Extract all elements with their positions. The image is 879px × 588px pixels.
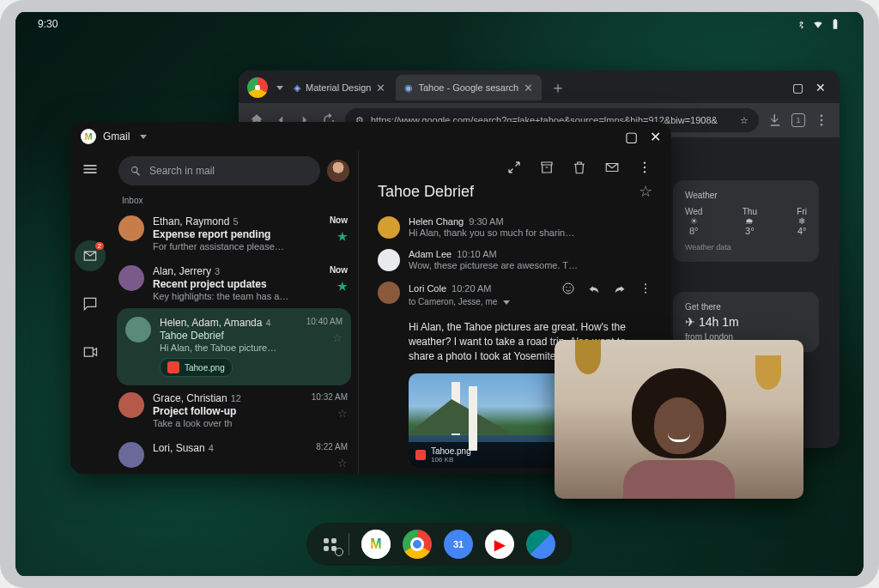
chrome-menu-chevron-icon[interactable]: [276, 86, 283, 90]
tab-close-icon[interactable]: ✕: [376, 82, 385, 94]
tablet-frame: 9:30 ◈ Material Design ✕ ◉ Tahoe - Googl…: [0, 0, 879, 588]
archive-icon[interactable]: [539, 160, 555, 175]
weather-footer: Weather data: [685, 243, 807, 252]
more-icon[interactable]: [814, 112, 829, 128]
taskbar-calendar-icon[interactable]: 31: [444, 530, 473, 559]
sender-name: Helen Chang: [409, 216, 464, 227]
mail-icon: [82, 247, 99, 264]
image-file-icon: [415, 450, 426, 460]
tab-title: Material Design: [306, 82, 371, 93]
mail-item[interactable]: Grace, Christian 12 Project follow-up Ta…: [110, 385, 358, 435]
message-snippet: Wow, these picturese are awesome. T…: [409, 260, 652, 270]
chevron-down-icon[interactable]: [140, 135, 147, 139]
gmail-window-controls: ▢ ✕: [625, 129, 661, 145]
sender-avatar: [378, 282, 400, 304]
star-icon[interactable]: ★: [337, 280, 348, 293]
maximize-icon[interactable]: ▢: [625, 129, 638, 145]
sender-avatar: [378, 249, 400, 271]
star-icon[interactable]: ☆: [332, 331, 343, 344]
more-icon[interactable]: [639, 282, 652, 295]
video-call-pip[interactable]: [555, 340, 803, 499]
reply-icon[interactable]: [587, 282, 601, 295]
forward-icon[interactable]: [613, 282, 627, 295]
more-icon[interactable]: [637, 160, 652, 175]
weather-card[interactable]: Weather Wed☀8° Thu🌧3° Fri❄4° Weather dat…: [673, 180, 819, 262]
tab-count-icon[interactable]: 1: [791, 113, 805, 127]
mail-time: 8:22 AM: [316, 442, 348, 452]
mail-subject: Recent project updates: [153, 278, 321, 290]
weather-icon: ☀: [685, 216, 702, 226]
star-icon[interactable]: ☆: [337, 457, 348, 470]
attachment-chip[interactable]: Tahoe.png: [160, 358, 233, 377]
gmail-list-pane: Search in mail Inbox Ethan, Raymond 5 Ex…: [110, 151, 359, 474]
rail-chat-button[interactable]: [75, 288, 106, 319]
chrome-window-controls: ▢ ✕: [792, 81, 834, 94]
mail-item[interactable]: Helen, Adam, Amanda 4 Tahoe Debrief Hi A…: [117, 308, 351, 385]
tab-favicon: ◉: [404, 82, 413, 94]
browser-tab[interactable]: ◉ Tahoe - Google sesarch ✕: [396, 75, 542, 100]
sender-avatar: [118, 265, 144, 291]
download-icon[interactable]: [767, 112, 783, 128]
weather-label: Weather: [685, 191, 807, 200]
inbox-label: Inbox: [110, 191, 358, 209]
chrome-tabbar: ◈ Material Design ✕ ◉ Tahoe - Google ses…: [239, 70, 840, 103]
delete-icon[interactable]: [572, 160, 587, 175]
taskbar-chrome-icon[interactable]: [403, 530, 432, 559]
mail-item[interactable]: Ethan, Raymond 5 Expense report pending …: [110, 209, 358, 258]
mail-count: 4: [265, 318, 270, 328]
mail-subject: Project follow-up: [153, 405, 303, 417]
mail-time: Now: [330, 215, 348, 225]
new-tab-button[interactable]: ＋: [543, 77, 573, 98]
chevron-down-icon[interactable]: [503, 300, 510, 305]
taskbar-meet-icon[interactable]: [526, 530, 555, 559]
mail-from: Ethan, Raymond: [153, 215, 229, 227]
taskbar-gmail-icon[interactable]: [361, 530, 391, 559]
expand-icon[interactable]: [506, 160, 522, 175]
svg-point-3: [644, 162, 646, 164]
mark-unread-icon[interactable]: [604, 160, 620, 175]
mail-from: Alan, Jerrery: [153, 265, 211, 277]
mail-preview: Key highlights: the team has a…: [153, 291, 321, 301]
recipients[interactable]: to Cameron, Jesse, me: [409, 297, 497, 306]
tab-favicon: ◈: [294, 82, 300, 94]
rail-meet-button[interactable]: [75, 336, 106, 367]
star-icon[interactable]: ★: [337, 230, 348, 243]
maximize-icon[interactable]: ▢: [792, 81, 803, 94]
tab-close-icon[interactable]: ✕: [524, 82, 533, 94]
rail-mail-button[interactable]: 2: [75, 240, 106, 271]
collapsed-message[interactable]: Adam Lee10:10 AM Wow, these picturese ar…: [362, 244, 668, 276]
battery-icon: [829, 18, 841, 30]
chrome-app-icon[interactable]: [247, 77, 268, 98]
sender-avatar: [118, 392, 144, 418]
menu-button[interactable]: [75, 158, 106, 180]
search-input[interactable]: Search in mail: [118, 156, 320, 185]
separator: [349, 533, 349, 555]
mail-item[interactable]: Alan, Jerrery 3 Recent project updates K…: [110, 258, 358, 308]
bookmark-star-icon[interactable]: ☆: [740, 115, 749, 126]
star-icon[interactable]: ☆: [639, 182, 652, 201]
emoji-icon[interactable]: [561, 282, 575, 295]
travel-duration: 14h 1m: [699, 315, 739, 329]
close-icon[interactable]: ✕: [815, 81, 826, 94]
account-avatar[interactable]: [327, 160, 349, 182]
browser-tab[interactable]: ◈ Material Design ✕: [285, 75, 394, 100]
attachment-name: Tahoe.png: [431, 446, 471, 456]
message-time: 10:20 AM: [452, 283, 491, 294]
mail-item[interactable]: Lori, Susan 4 8:22 AM ☆: [110, 435, 358, 474]
svg-point-6: [563, 283, 573, 294]
svg-point-11: [645, 292, 646, 294]
chat-icon: [82, 295, 99, 312]
app-drawer-button[interactable]: [324, 538, 336, 551]
star-icon[interactable]: ☆: [337, 407, 348, 420]
mail-preview: Hi Alan, the Tahoe picture…: [160, 342, 298, 353]
mail-subject: Tahoe Debrief: [160, 330, 298, 342]
collapsed-message[interactable]: Helen Chang9:30 AM Hi Alan, thank you so…: [362, 211, 668, 244]
close-icon[interactable]: ✕: [650, 129, 661, 145]
sender-avatar: [118, 442, 144, 468]
expanded-message-header[interactable]: Lori Cole 10:20 AM to Cameron, Jesse, me: [362, 276, 668, 312]
weather-temp: 3°: [743, 226, 757, 236]
taskbar-youtube-icon[interactable]: ▶: [485, 530, 514, 559]
search-placeholder: Search in mail: [149, 165, 215, 177]
mail-time: Now: [330, 265, 348, 275]
video-participant: [606, 361, 752, 499]
